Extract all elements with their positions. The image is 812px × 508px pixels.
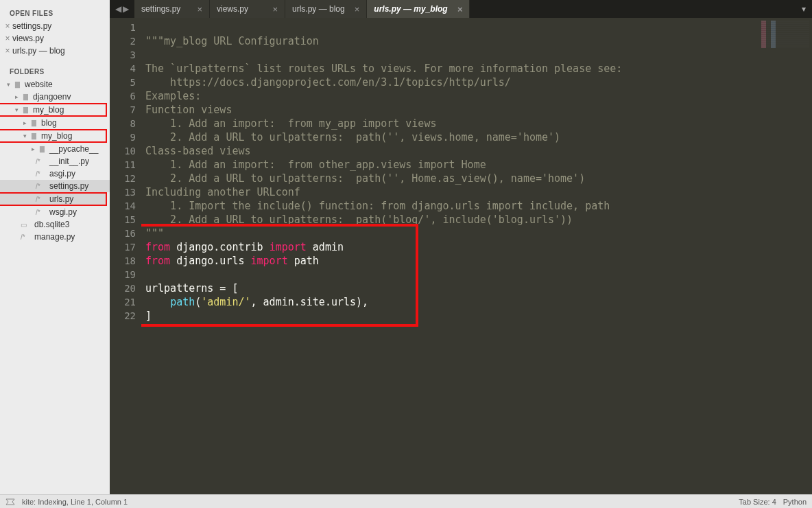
nav-back-icon[interactable]: ◀ bbox=[115, 4, 121, 14]
folder-label: __pycache__ bbox=[49, 144, 98, 154]
file-type-label: /* bbox=[36, 158, 47, 165]
line-number: 18 bbox=[110, 254, 141, 268]
tab-views[interactable]: views.py × bbox=[210, 0, 285, 18]
kite-icon bbox=[5, 498, 15, 505]
file-label: urls.py bbox=[49, 194, 73, 204]
file-row-urls[interactable]: /* urls.py bbox=[0, 193, 106, 205]
code-line: from django.contrib import admin bbox=[145, 241, 344, 253]
minimap[interactable] bbox=[761, 21, 809, 48]
close-icon[interactable]: × bbox=[272, 4, 278, 14]
folder-label: blog bbox=[41, 118, 57, 128]
file-type-label: ▭ bbox=[21, 221, 32, 229]
line-number: 14 bbox=[110, 199, 141, 213]
status-bar: kite: Indexing, Line 1, Column 1 Tab Siz… bbox=[0, 494, 812, 508]
tab-urls-my-blog[interactable]: urls.py — my_blog × bbox=[367, 0, 470, 18]
status-language[interactable]: Python bbox=[783, 498, 807, 506]
folder-row-pycache[interactable]: ▸ __pycache__ bbox=[0, 143, 110, 155]
file-label: db.sqlite3 bbox=[34, 220, 69, 229]
folder-row-my-blog-inner[interactable]: ▾ my_blog bbox=[0, 130, 106, 142]
file-row-db[interactable]: ▭ db.sqlite3 bbox=[0, 218, 110, 231]
line-number: 9 bbox=[110, 130, 141, 144]
line-number: 22 bbox=[110, 309, 141, 323]
open-file-item[interactable]: × settings.py bbox=[0, 20, 110, 32]
line-number: 19 bbox=[110, 268, 141, 281]
code-line: https://docs.djangoproject.com/en/3.1/to… bbox=[145, 76, 511, 89]
chevron-right-icon[interactable]: ▸ bbox=[12, 93, 21, 101]
code-line: path('admin/', admin.site.urls), bbox=[145, 296, 368, 308]
close-icon[interactable]: × bbox=[457, 4, 463, 14]
file-type-label: /* bbox=[21, 233, 32, 241]
line-number-gutter: 1 2 3 4 5 6 7 8 9 10 11 12 13 14 15 16 1… bbox=[110, 18, 141, 494]
chevron-down-icon[interactable]: ▾ bbox=[4, 80, 12, 89]
nav-forward-icon[interactable]: ▶ bbox=[123, 4, 129, 14]
close-icon[interactable]: × bbox=[3, 34, 12, 43]
highlight-annotation bbox=[141, 224, 418, 327]
code-line: 2. Add a URL to urlpatterns: path('', Ho… bbox=[145, 172, 585, 185]
tab-urls-blog[interactable]: urls.py — blog × bbox=[285, 0, 367, 18]
code-line: 1. Add an import: from my_app import vie… bbox=[145, 117, 436, 130]
file-row-init[interactable]: /* __init__.py bbox=[0, 155, 110, 168]
folder-label: djangoenv bbox=[33, 92, 71, 102]
line-number: 5 bbox=[110, 76, 141, 89]
code-line: Including another URLconf bbox=[145, 186, 300, 198]
folder-icon bbox=[21, 93, 30, 101]
code-line: 1. Add an import: from other_app.views i… bbox=[145, 159, 486, 171]
status-tab-size[interactable]: Tab Size: 4 bbox=[739, 498, 776, 506]
code-line: urlpatterns = [ bbox=[145, 282, 238, 295]
line-number: 1 bbox=[110, 21, 141, 34]
open-file-item[interactable]: × urls.py — blog bbox=[0, 45, 110, 57]
chevron-down-icon[interactable]: ▾ bbox=[12, 106, 21, 114]
chevron-right-icon[interactable]: ▸ bbox=[21, 119, 29, 127]
folder-icon bbox=[37, 145, 47, 153]
file-row-wsgi[interactable]: /* wsgi.py bbox=[0, 206, 110, 218]
tab-label: urls.py — blog bbox=[292, 4, 345, 14]
code-area[interactable]: """my_blog URL Configuration The `urlpat… bbox=[141, 18, 812, 494]
line-number: 21 bbox=[110, 295, 141, 309]
tab-nav-arrows[interactable]: ◀ ▶ bbox=[110, 0, 134, 18]
code-line: Examples: bbox=[145, 90, 201, 102]
editor-pane: ◀ ▶ settings.py × views.py × urls.py — b… bbox=[110, 0, 812, 494]
open-file-label: urls.py — blog bbox=[12, 46, 65, 56]
status-kite[interactable]: kite: Indexing, Line 1, Column 1 bbox=[22, 498, 128, 506]
folder-row-blog[interactable]: ▸ blog bbox=[0, 117, 110, 129]
line-number: 12 bbox=[110, 172, 141, 185]
file-row-manage[interactable]: /* manage.py bbox=[0, 231, 110, 243]
line-number: 4 bbox=[110, 62, 141, 76]
close-icon[interactable]: × bbox=[3, 46, 12, 56]
chevron-right-icon[interactable]: ▸ bbox=[29, 145, 37, 153]
close-icon[interactable]: × bbox=[197, 4, 202, 14]
line-number: 13 bbox=[110, 185, 141, 199]
file-type-label: /* bbox=[36, 183, 47, 190]
line-number: 10 bbox=[110, 144, 141, 158]
file-label: settings.py bbox=[49, 181, 88, 191]
tab-label: settings.py bbox=[141, 4, 180, 14]
line-number: 7 bbox=[110, 103, 141, 117]
file-row-settings[interactable]: /* settings.py bbox=[0, 180, 110, 192]
folder-row-website[interactable]: ▾ website bbox=[0, 78, 110, 91]
file-label: wsgi.py bbox=[49, 207, 77, 217]
folder-icon bbox=[29, 132, 38, 140]
code-line: """ bbox=[145, 227, 164, 240]
tab-overflow-button[interactable]: ▾ bbox=[796, 0, 812, 18]
chevron-down-icon[interactable]: ▾ bbox=[21, 132, 29, 140]
tab-bar: ◀ ▶ settings.py × views.py × urls.py — b… bbox=[110, 0, 812, 18]
file-type-label: /* bbox=[36, 170, 47, 178]
folder-label: my_blog bbox=[41, 131, 72, 141]
close-icon[interactable]: × bbox=[3, 21, 12, 31]
line-number: 8 bbox=[110, 117, 141, 130]
code-line: from django.urls import path bbox=[145, 255, 319, 267]
folder-label: website bbox=[25, 80, 53, 89]
folders-heading: FOLDERS bbox=[0, 64, 110, 78]
tab-settings[interactable]: settings.py × bbox=[134, 0, 210, 18]
file-label: __init__.py bbox=[49, 157, 89, 166]
close-icon[interactable]: × bbox=[355, 4, 360, 14]
open-file-item[interactable]: × views.py bbox=[0, 32, 110, 45]
file-type-label: /* bbox=[36, 209, 47, 216]
code-line: """my_blog URL Configuration bbox=[145, 35, 319, 47]
folder-icon bbox=[21, 106, 30, 114]
code-line: 2. Add a URL to urlpatterns: path('', vi… bbox=[145, 131, 560, 143]
folder-row-my-blog[interactable]: ▾ my_blog bbox=[0, 104, 106, 116]
file-row-asgi[interactable]: /* asgi.py bbox=[0, 168, 110, 180]
line-number: 20 bbox=[110, 281, 141, 295]
folder-row-djangoenv[interactable]: ▸ djangoenv bbox=[0, 91, 110, 103]
